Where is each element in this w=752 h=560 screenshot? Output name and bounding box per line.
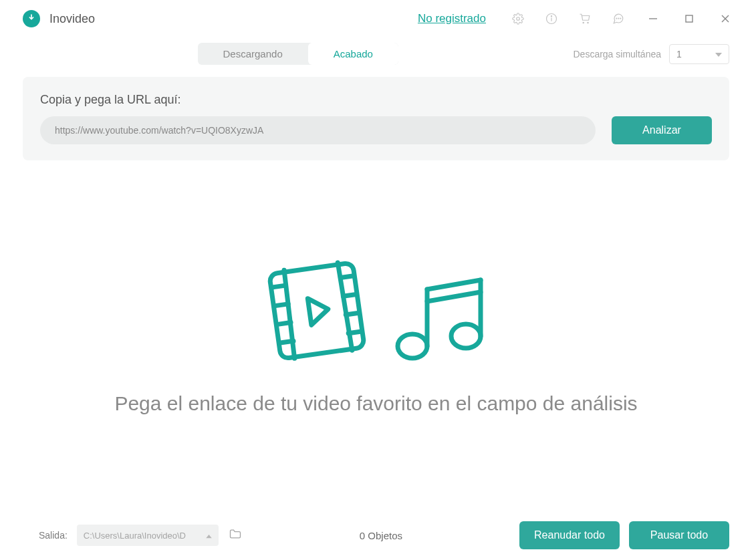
svg-line-20 xyxy=(340,276,352,278)
svg-point-0 xyxy=(517,17,520,21)
maximize-button[interactable] xyxy=(682,12,696,25)
empty-state-text: Pega el enlace de tu video favorito en e… xyxy=(114,392,637,415)
url-panel: Copia y pega la URL aquí: Analizar xyxy=(23,77,729,160)
svg-point-3 xyxy=(551,16,551,17)
svg-line-22 xyxy=(346,313,358,315)
music-note-icon xyxy=(391,269,491,363)
svg-point-4 xyxy=(583,22,584,23)
svg-point-6 xyxy=(616,18,617,19)
empty-illustration xyxy=(261,256,491,363)
svg-rect-10 xyxy=(686,15,693,22)
info-icon[interactable] xyxy=(545,12,558,25)
simul-download-value: 1 xyxy=(676,49,682,59)
svg-line-19 xyxy=(281,341,293,343)
not-registered-link[interactable]: No registrado xyxy=(418,12,486,25)
svg-line-21 xyxy=(343,295,355,297)
svg-point-5 xyxy=(588,22,589,23)
empty-state: Pega el enlace de tu video favorito en e… xyxy=(0,160,752,511)
svg-line-17 xyxy=(276,304,288,306)
pause-all-button[interactable]: Pausar todo xyxy=(629,521,729,549)
tab-finished[interactable]: Acabado xyxy=(308,43,398,65)
svg-point-8 xyxy=(620,18,621,19)
analyze-button[interactable]: Analizar xyxy=(612,116,712,144)
simul-download-select[interactable]: 1 xyxy=(669,44,729,64)
svg-line-23 xyxy=(348,331,360,333)
output-path-text: C:\Users\Laura\Inovideo\D xyxy=(84,531,202,541)
url-label: Copia y pega la URL aquí: xyxy=(40,93,712,107)
tabs-row: Descargando Acabado Descarga simultánea … xyxy=(0,37,752,73)
footer: Salida: C:\Users\Laura\Inovideo\D 0 Obje… xyxy=(0,511,752,560)
resume-all-button[interactable]: Reanudar todo xyxy=(519,521,620,549)
minimize-button[interactable] xyxy=(646,12,660,25)
close-button[interactable] xyxy=(719,12,732,25)
chevron-down-icon xyxy=(715,49,722,59)
svg-line-18 xyxy=(279,323,291,325)
url-input[interactable] xyxy=(40,116,596,144)
app-logo xyxy=(23,10,40,27)
svg-point-25 xyxy=(451,324,481,348)
chevron-up-icon xyxy=(206,531,212,541)
cart-icon[interactable] xyxy=(578,12,592,25)
app-name: Inovideo xyxy=(49,12,95,26)
video-clip-icon xyxy=(261,256,375,363)
output-path-select[interactable]: C:\Users\Laura\Inovideo\D xyxy=(77,525,219,546)
output-label: Salida: xyxy=(39,530,68,541)
tab-downloading[interactable]: Descargando xyxy=(198,43,308,65)
tab-group: Descargando Acabado xyxy=(198,43,398,65)
simul-download-label: Descarga simultánea xyxy=(573,49,661,59)
svg-point-7 xyxy=(618,18,619,19)
gear-icon[interactable] xyxy=(511,12,525,25)
svg-point-24 xyxy=(398,334,427,358)
svg-line-16 xyxy=(273,285,285,287)
svg-line-28 xyxy=(427,280,481,289)
open-folder-button[interactable] xyxy=(228,527,243,543)
objects-count: 0 Objetos xyxy=(360,530,402,541)
chat-icon[interactable] xyxy=(612,12,625,25)
titlebar: Inovideo No registrado xyxy=(0,0,752,37)
svg-line-29 xyxy=(427,292,481,301)
